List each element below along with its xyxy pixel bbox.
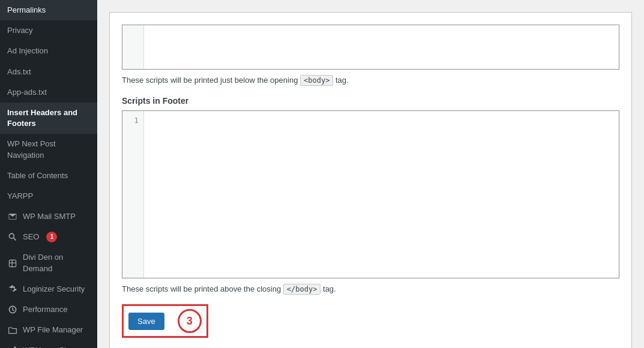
gear-icon [7, 284, 18, 295]
sidebar-item-wp-next-post-nav[interactable]: WP Next Post Navigation [0, 134, 97, 165]
sidebar-item-permalinks[interactable]: Permalinks [0, 0, 97, 20]
sidebar-item-label: Loginizer Security [23, 284, 85, 295]
sidebar-item-wp-mail-smtp[interactable]: WP Mail SMTP [0, 206, 97, 227]
body-tag: <body> [300, 75, 333, 86]
sidebar-item-label: Permalinks [7, 5, 46, 16]
divi-den-icon [7, 258, 18, 269]
body-close-hint: These scripts will be printed above the … [122, 283, 619, 295]
sidebar-item-label: WPUpper Share [23, 345, 80, 348]
svg-line-1 [14, 238, 16, 241]
share-icon [7, 345, 18, 348]
sidebar-item-label: WP File Manager [23, 325, 83, 335]
sidebar-item-yarpp[interactable]: YARPP [0, 186, 97, 206]
sidebar-item-performance[interactable]: Performance [0, 299, 97, 320]
footer-line-numbers: 1 [122, 111, 144, 278]
sidebar-item-label: Ads.txt [7, 67, 31, 77]
sidebar-item-divi-den[interactable]: Divi Den on Demand [0, 247, 97, 278]
sidebar-item-label: Divi Den on Demand [23, 252, 90, 274]
sidebar-item-label: WP Mail SMTP [23, 211, 76, 222]
sidebar-item-label: Performance [23, 304, 67, 315]
seo-badge: 1 [46, 232, 57, 242]
sidebar-item-label: SEO [23, 232, 39, 242]
sidebar-item-wp-file-manager[interactable]: WP File Manager [0, 320, 97, 340]
sidebar-item-label: App-ads.txt [7, 87, 47, 98]
save-container: Save 3 [122, 304, 619, 338]
sidebar-item-loginizer-security[interactable]: Loginizer Security [0, 279, 97, 299]
sidebar-item-label: Table of Contents [7, 170, 68, 181]
svg-rect-2 [9, 260, 16, 266]
performance-icon [7, 304, 18, 315]
svg-point-0 [9, 234, 14, 239]
sidebar-item-label: Privacy [7, 25, 33, 36]
folder-icon [7, 325, 18, 335]
save-button[interactable]: Save [128, 313, 164, 330]
save-border-box: Save 3 [122, 304, 208, 338]
main-content: These scripts will be printed just below… [97, 0, 644, 348]
footer-editor-section: Scripts in Footer 1 [122, 96, 619, 278]
top-scripts-input[interactable] [144, 25, 619, 69]
top-scripts-editor[interactable] [122, 25, 619, 70]
footer-section-title: Scripts in Footer [122, 96, 619, 106]
sidebar: Permalinks Privacy Ad Injection Ads.txt … [0, 0, 97, 348]
sidebar-item-privacy[interactable]: Privacy [0, 20, 97, 41]
sidebar-item-insert-headers-footers[interactable]: Insert Headers and Footers [0, 103, 97, 134]
sidebar-item-label: YARPP [7, 191, 33, 202]
footer-scripts-input[interactable] [144, 111, 619, 278]
sidebar-item-label: WP Next Post Navigation [7, 139, 90, 160]
email-icon [7, 211, 18, 222]
seo-icon [7, 232, 18, 242]
sidebar-item-app-ads-txt[interactable]: App-ads.txt [0, 82, 97, 103]
top-editor-section [122, 25, 619, 70]
sidebar-item-ads-txt[interactable]: Ads.txt [0, 62, 97, 82]
content-panel: These scripts will be printed just below… [109, 12, 632, 348]
sidebar-item-table-of-contents[interactable]: Table of Contents [0, 166, 97, 186]
body-open-hint: These scripts will be printed just below… [122, 74, 619, 86]
step-number-circle: 3 [178, 309, 202, 333]
sidebar-item-label: Insert Headers and Footers [7, 107, 90, 129]
sidebar-item-wpupper-share[interactable]: WPUpper Share [0, 340, 97, 348]
line-numbers [122, 25, 144, 69]
sidebar-item-ad-injection[interactable]: Ad Injection [0, 41, 97, 61]
footer-scripts-editor[interactable]: 1 [122, 110, 619, 278]
sidebar-item-label: Ad Injection [7, 46, 48, 56]
body-close-tag: </body> [283, 284, 321, 295]
sidebar-item-seo[interactable]: SEO 1 [0, 227, 97, 247]
